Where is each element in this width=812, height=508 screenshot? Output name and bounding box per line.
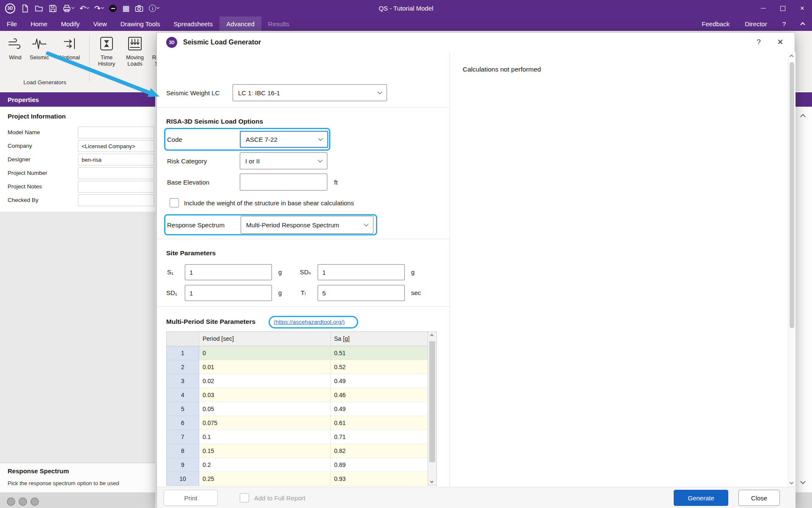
open-folder-icon[interactable] (35, 4, 43, 13)
save-icon[interactable] (49, 4, 57, 13)
tl-unit: sec (411, 289, 421, 296)
titlebar: 3D ↶ ↷ ▦ (0, 0, 812, 17)
table-row: 5 0.05 0.49 (167, 402, 436, 416)
chevron-down-icon[interactable] (156, 6, 159, 9)
period-column-header[interactable]: Period [sec] (199, 332, 331, 346)
scroll-up-icon[interactable] (430, 334, 433, 337)
sd1-input[interactable] (185, 285, 272, 301)
seismic-weight-lc-dropdown[interactable]: LC 1: IBC 16-1 (233, 84, 387, 101)
sd1-unit: g (278, 289, 282, 296)
right-bottom-strip (795, 492, 812, 508)
model-name-input[interactable] (78, 127, 154, 138)
table-row: 9 0.2 0.89 (167, 458, 436, 472)
properties-header: Properties (0, 92, 155, 107)
project-notes-input[interactable] (78, 181, 154, 193)
company-input[interactable] (78, 140, 154, 152)
panel-chevron-up-icon[interactable] (800, 114, 806, 119)
time-history-button[interactable]: Time History (94, 34, 119, 67)
tab-advanced[interactable]: Advanced (219, 17, 261, 31)
moving-loads-button[interactable]: Moving Loads (122, 34, 148, 67)
s1-unit: g (278, 268, 282, 276)
results-scrollbar[interactable] (788, 52, 796, 487)
scrollbar-thumb[interactable] (790, 62, 794, 328)
chevron-down-icon[interactable] (71, 6, 74, 9)
asce-hazard-tool-link[interactable]: (https://ascehazardtool.org/) (274, 319, 345, 325)
director-link[interactable]: Director (745, 20, 767, 28)
undo-icon[interactable]: ↶ (80, 5, 89, 12)
sa-column-header[interactable]: Sa [g] (331, 332, 428, 346)
maximize-button[interactable] (773, 0, 793, 17)
table-row: 4 0.03 0.46 (167, 388, 436, 402)
scroll-down-icon[interactable] (430, 480, 433, 483)
s1-input[interactable] (185, 264, 272, 280)
print-icon[interactable] (63, 4, 74, 13)
tab-modify[interactable]: Modify (54, 17, 86, 31)
risk-category-label: Risk Category (167, 157, 207, 165)
minus-circle-icon[interactable] (109, 5, 117, 12)
help-icon[interactable]: ? (782, 20, 786, 28)
seismic-button[interactable]: Seismic (27, 34, 52, 61)
scroll-down-icon[interactable] (790, 480, 794, 485)
spreadsheet-icon[interactable]: ▦ (122, 5, 129, 12)
options-section-title: RISA-3D Seismic Load Options (166, 118, 263, 125)
panel-chevron-down-icon[interactable] (800, 479, 806, 484)
tab-spreadsheets[interactable]: Spreadsheets (167, 17, 220, 31)
new-file-icon[interactable] (21, 4, 29, 13)
calculations-status-text: Calculations not performed (463, 66, 541, 73)
add-to-full-report-checkbox[interactable] (240, 493, 249, 502)
tab-view[interactable]: View (86, 17, 113, 31)
wind-icon (3, 34, 27, 53)
response-spectrum-dropdown[interactable]: Multi-Period Response Spectrum (241, 216, 373, 234)
close-window-button[interactable]: × (793, 0, 812, 17)
tab-home[interactable]: Home (24, 17, 54, 31)
site-parameters-title: Site Parameters (166, 249, 216, 257)
moving-loads-icon (122, 34, 148, 53)
scrollbar-thumb[interactable] (429, 341, 435, 462)
project-number-input[interactable] (78, 167, 154, 179)
wind-button[interactable]: Wind (3, 34, 27, 61)
redo-icon[interactable]: ↷ (94, 5, 104, 12)
field-project-notes: Project Notes (0, 181, 155, 193)
corner-header-cell[interactable] (167, 332, 199, 346)
designer-input[interactable] (78, 154, 154, 166)
dialog-title: Seismic Load Generator (183, 39, 261, 46)
scroll-up-icon[interactable] (790, 55, 794, 59)
minimize-button[interactable] (754, 0, 773, 17)
chevron-down-icon[interactable] (86, 6, 89, 9)
camera-icon[interactable] (135, 5, 143, 12)
tab-drawing-tools[interactable]: Drawing Tools (114, 17, 167, 31)
tab-file[interactable]: File (0, 17, 24, 31)
response-spectrum-info: Response Spectrum Pick the response spec… (0, 463, 155, 492)
sd1-label: SD₁ (166, 289, 177, 296)
close-button[interactable]: Close (738, 490, 780, 506)
sds-unit: g (411, 268, 414, 276)
response-spectrum-label: Response Spectrum (167, 221, 225, 229)
info-icon[interactable]: i (149, 5, 159, 12)
base-elevation-input[interactable] (240, 174, 327, 190)
app-window: 3D ↶ ↷ ▦ (0, 0, 812, 508)
checked-by-input[interactable] (78, 194, 154, 206)
collapse-ribbon-icon[interactable] (800, 22, 805, 27)
field-project-number: Project Number (0, 167, 155, 179)
time-history-icon (94, 34, 119, 53)
tab-results: Results (261, 17, 296, 31)
print-button[interactable]: Print (164, 490, 218, 506)
code-dropdown[interactable]: ASCE 7-22 (240, 131, 328, 148)
sds-label: SDₛ (300, 268, 311, 276)
dialog-help-button[interactable]: ? (752, 36, 765, 49)
risk-category-dropdown[interactable]: I or II (240, 152, 327, 169)
include-weight-checkbox[interactable] (170, 198, 179, 207)
dialog-close-icon[interactable]: × (774, 35, 787, 49)
dialog-vertical-divider (450, 52, 450, 487)
generate-button[interactable]: Generate (674, 490, 728, 506)
chevron-down-icon (318, 157, 322, 162)
feedback-link[interactable]: Feedback (702, 20, 730, 28)
chevron-down-icon[interactable] (101, 6, 104, 9)
sds-input[interactable] (318, 264, 405, 280)
table-scrollbar[interactable] (428, 332, 436, 485)
project-information-title: Project Information (8, 113, 66, 120)
tl-input[interactable] (318, 285, 405, 301)
add-to-full-report-label: Add to Full Report (254, 494, 305, 502)
table-row: 7 0.1 0.71 (167, 430, 436, 444)
notional-button[interactable]: Notional (55, 34, 85, 61)
